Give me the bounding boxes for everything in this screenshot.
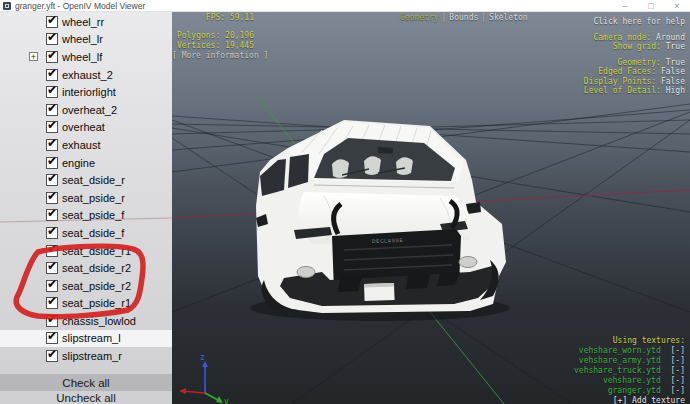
tree-row[interactable]: ✔ seat_dside_r2: [0, 259, 172, 277]
tree-row[interactable]: ✔ wheel_lr: [0, 31, 172, 49]
more-information-link[interactable]: [ More information ]: [172, 51, 254, 61]
tab-separator: |: [481, 13, 486, 22]
setting-value: False: [661, 77, 685, 86]
texture-file-name[interactable]: granger.ytd: [608, 386, 661, 395]
item-checkbox[interactable]: ✔: [46, 332, 58, 344]
tree-row[interactable]: ✔ overheat: [0, 119, 172, 137]
item-checkbox[interactable]: ✔: [46, 86, 58, 98]
minimize-button[interactable]: –: [612, 0, 638, 12]
camera-settings: Camera mode: Around Show grid: True: [584, 33, 685, 52]
tree-row[interactable]: ✔ slipstream_r: [0, 347, 172, 365]
add-texture-button[interactable]: [+] Add texture: [574, 396, 685, 404]
item-checkbox[interactable]: ✔: [46, 315, 58, 327]
checkmark-icon: ✔: [47, 348, 57, 360]
item-checkbox[interactable]: ✔: [46, 350, 58, 362]
checkmark-icon: ✔: [47, 102, 57, 114]
texture-remove-button[interactable]: [-]: [671, 366, 685, 375]
setting-label: Show grid:: [613, 42, 666, 51]
tree-row[interactable]: ✔ seat_dside_r: [0, 171, 172, 189]
texture-list: vehshare_worn.ytd [-] vehshare_army.ytd …: [574, 346, 685, 396]
settings-overlay: Click here for help Camera mode: Around …: [584, 17, 685, 96]
tree-item-label: seat_pside_r: [62, 192, 125, 204]
tree-row[interactable]: ✔ interiorlight: [0, 83, 172, 101]
tree-item-label: interiorlight: [62, 86, 116, 98]
tree-row[interactable]: ✔ seat_pside_r1: [0, 295, 172, 313]
tree-item-label: wheel_rr: [62, 16, 104, 28]
texture-file-name[interactable]: vehshare_worn.ytd: [579, 346, 661, 355]
item-checkbox[interactable]: ✔: [46, 51, 58, 63]
tree-row[interactable]: ✔ exhaust_2: [0, 66, 172, 84]
item-checkbox[interactable]: ✔: [46, 69, 58, 81]
render-settings: Geometry: True Edged Faces: False Displa…: [584, 58, 685, 96]
texture-remove-button[interactable]: [-]: [671, 346, 685, 355]
tree-row[interactable]: ✔ overheat_2: [0, 101, 172, 119]
texture-remove-button[interactable]: [-]: [671, 386, 685, 395]
item-checkbox[interactable]: ✔: [46, 262, 58, 274]
help-link[interactable]: Click here for help: [584, 17, 685, 27]
tree-row[interactable]: ✔ chassis_lowlod: [0, 312, 172, 330]
item-checkbox[interactable]: ✔: [46, 174, 58, 186]
tree-row[interactable]: ✔ seat_pside_r2: [0, 277, 172, 295]
tree-item-label: wheel_lf: [62, 51, 102, 63]
texture-file-name[interactable]: vehshare_army.ytd: [579, 356, 661, 365]
tree-row[interactable]: ✔ seat_dside_f: [0, 224, 172, 242]
item-checkbox[interactable]: ✔: [46, 192, 58, 204]
item-checkbox[interactable]: ✔: [46, 245, 58, 257]
title-bar: granger.yft - OpenIV Model Viewer – □ ×: [0, 0, 690, 12]
mode-tabs: Geometry|Bounds|Skeleton: [400, 13, 528, 23]
item-checkbox[interactable]: ✔: [46, 139, 58, 151]
window-title: granger.yft - OpenIV Model Viewer: [15, 0, 145, 12]
checkmark-icon: ✔: [47, 330, 57, 342]
item-checkbox[interactable]: ✔: [46, 297, 58, 309]
tree-item-label: seat_pside_r2: [62, 280, 131, 292]
tree-item-label: seat_pside_r1: [62, 297, 131, 309]
tree-row[interactable]: ✔ slipstream_l: [0, 330, 172, 348]
check-all-button[interactable]: Check all: [0, 374, 172, 391]
texture-row: vehshare_worn.ytd [-]: [574, 346, 685, 356]
item-checkbox[interactable]: ✔: [46, 227, 58, 239]
item-checkbox[interactable]: ✔: [46, 16, 58, 28]
texture-remove-button[interactable]: [-]: [671, 376, 685, 385]
fps-readout: FPS: 59.11: [172, 13, 254, 23]
item-checkbox[interactable]: ✔: [46, 209, 58, 221]
item-checkbox[interactable]: ✔: [46, 33, 58, 45]
item-checkbox[interactable]: ✔: [46, 104, 58, 116]
tree-row[interactable]: ✔ seat_dside_r1: [0, 242, 172, 260]
tree-item-label: seat_pside_f: [62, 209, 124, 221]
tree-item-label: overheat: [62, 121, 105, 133]
close-button[interactable]: ×: [664, 0, 690, 12]
tree-row[interactable]: ✔ exhaust: [0, 136, 172, 154]
item-checkbox[interactable]: ✔: [46, 121, 58, 133]
texture-file-name[interactable]: vehshare.ytd: [603, 376, 661, 385]
checkmark-icon: ✔: [47, 49, 57, 61]
expand-icon[interactable]: +: [29, 52, 38, 61]
item-checkbox[interactable]: ✔: [46, 280, 58, 292]
texture-file-name[interactable]: vehshare_truck.ytd: [574, 366, 661, 375]
tree-item-label: engine: [62, 157, 95, 169]
window-controls: – □ ×: [612, 0, 690, 12]
tree-item-label: slipstream_r: [62, 350, 122, 362]
3d-viewport[interactable]: DECLASSE: [172, 12, 690, 404]
axis-y-label: y: [224, 397, 229, 404]
tree-row[interactable]: ✔ engine: [0, 154, 172, 172]
tree-item-label: overheat_2: [62, 104, 117, 116]
texture-row: vehshare_army.ytd [-]: [574, 356, 685, 366]
tree-row[interactable]: ✔ seat_pside_r: [0, 189, 172, 207]
grille-badge: DECLASSE: [372, 237, 404, 244]
tab-skeleton[interactable]: Skeleton: [489, 13, 528, 22]
setting-line: Level of Detail: High: [584, 86, 685, 96]
item-checkbox[interactable]: ✔: [46, 157, 58, 169]
checkmark-icon: ✔: [47, 137, 57, 149]
tree-row[interactable]: ✔ wheel_rr: [0, 13, 172, 31]
texture-remove-button[interactable]: [-]: [671, 356, 685, 365]
tree-row[interactable]: + ✔ wheel_lf: [0, 48, 172, 66]
checkmark-icon: ✔: [47, 67, 57, 79]
maximize-button[interactable]: □: [638, 0, 664, 12]
uncheck-all-button[interactable]: Uncheck all: [0, 391, 172, 404]
tab-bounds[interactable]: Bounds: [449, 13, 478, 22]
tab-geometry[interactable]: Geometry: [400, 13, 439, 22]
tree-row[interactable]: ✔ seat_pside_f: [0, 207, 172, 225]
checkmark-icon: ✔: [47, 84, 57, 96]
texture-row: vehshare_truck.ytd [-]: [574, 366, 685, 376]
setting-label: Camera mode:: [593, 33, 656, 42]
